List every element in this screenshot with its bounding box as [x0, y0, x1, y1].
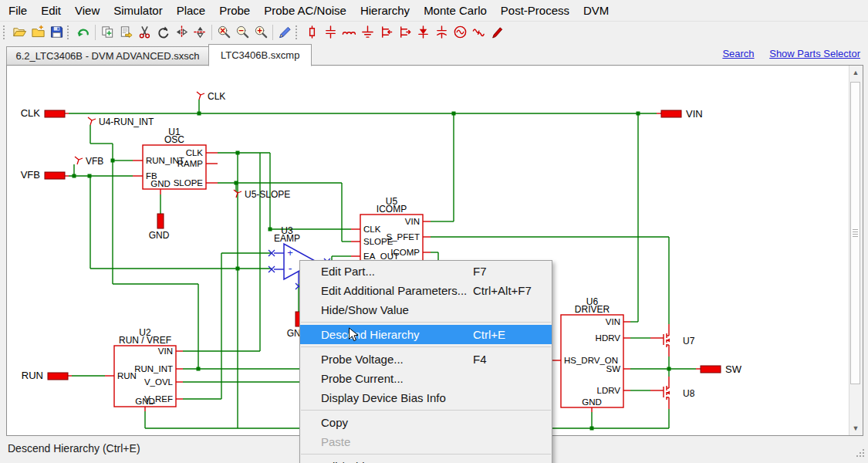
- toolbar-separator: [95, 25, 96, 40]
- inductor-icon[interactable]: [339, 23, 358, 42]
- new-icon[interactable]: [29, 23, 47, 42]
- menu-edit[interactable]: Edit: [34, 0, 68, 21]
- context-item-label: Descend Hierarchy: [321, 328, 420, 341]
- menu-hierarchy[interactable]: Hierarchy: [353, 0, 417, 21]
- pin-label: RAMP: [177, 159, 204, 168]
- pin-label: GND: [150, 179, 171, 188]
- menu-file[interactable]: File: [2, 0, 34, 21]
- ground-symbol: [157, 214, 164, 228]
- polar-cap-icon[interactable]: [432, 23, 451, 42]
- menu-probe[interactable]: Probe: [212, 0, 257, 21]
- status-text: Descend Hierarchy (Ctrl+E): [8, 436, 140, 461]
- probe-icon[interactable]: [488, 23, 506, 42]
- menu-bar: FileEditViewSimulatorPlaceProbeProbe AC/…: [0, 0, 868, 21]
- tab-schematic[interactable]: 6.2_LTC3406B - DVM ADVANCED.sxsch: [6, 46, 209, 66]
- wire-junction: [637, 112, 640, 116]
- wire-junction: [88, 174, 92, 178]
- zener-icon[interactable]: [414, 23, 432, 42]
- ground-icon[interactable]: [358, 23, 377, 42]
- zoom-in-icon[interactable]: [252, 23, 270, 42]
- context-item-label: Edit Part...: [321, 265, 375, 278]
- wire-junction: [452, 112, 456, 116]
- context-item-label: Edit/Add Comment: [321, 460, 418, 463]
- vertical-scrollbar[interactable]: ▲ ▼: [849, 66, 863, 435]
- menu-separator: [301, 410, 551, 411]
- context-item-display-device-bias-info[interactable]: Display Device Bias Info: [300, 388, 552, 407]
- wire-junction: [235, 181, 238, 185]
- terminal-sw[interactable]: [701, 366, 721, 373]
- pin-label: ICOMP: [390, 248, 420, 257]
- menu-post-process[interactable]: Post-Process: [494, 0, 576, 21]
- menu-place[interactable]: Place: [170, 0, 213, 21]
- menu-separator: [301, 322, 551, 323]
- component-name: EAMP: [274, 233, 300, 244]
- tab-component[interactable]: LTC3406B.sxcmp: [208, 44, 312, 66]
- menu-view[interactable]: View: [68, 0, 106, 21]
- component-ref: U8: [683, 388, 695, 399]
- context-item-paste: Paste: [300, 432, 552, 451]
- context-item-descend-hierarchy[interactable]: Descend HierarchyCtrl+E: [300, 325, 552, 344]
- context-item-edit-add-comment[interactable]: Edit/Add Comment: [300, 457, 552, 463]
- wire-junction: [269, 228, 272, 231]
- terminal-vin[interactable]: [661, 110, 681, 117]
- open-icon[interactable]: [10, 23, 29, 42]
- scrollbar-thumb[interactable]: [850, 82, 860, 384]
- pin-label: GND: [582, 397, 602, 407]
- menu-probe-ac-noise[interactable]: Probe AC/Noise: [257, 0, 353, 21]
- resize-grip-icon[interactable]: [856, 448, 866, 461]
- component-name: RUN / VREF: [119, 335, 171, 346]
- tab-bar: 6.2_LTC3406B - DVM ADVANCED.sxsch LTC340…: [0, 42, 868, 66]
- terminal-run[interactable]: [48, 373, 68, 380]
- undo-icon[interactable]: [74, 23, 93, 42]
- wire-junction: [590, 427, 594, 431]
- cut-icon[interactable]: [135, 23, 154, 42]
- scroll-down-icon[interactable]: ▼: [849, 422, 862, 434]
- wire-junction: [667, 367, 671, 371]
- context-item-hide-show-value[interactable]: Hide/Show Value: [300, 300, 552, 319]
- context-item-probe-current[interactable]: Probe Current...: [300, 369, 552, 388]
- context-item-label: Hide/Show Value: [321, 303, 409, 316]
- zoom-out-icon[interactable]: [233, 23, 252, 42]
- context-item-probe-voltage[interactable]: Probe Voltage...F4: [300, 350, 552, 369]
- menu-dvm[interactable]: DVM: [576, 0, 616, 21]
- pin-label: VIN: [158, 346, 173, 356]
- net-label: VFB: [86, 156, 103, 167]
- port-in-icon[interactable]: [377, 23, 395, 42]
- copy-icon[interactable]: [98, 23, 117, 42]
- wire-junction: [236, 267, 240, 271]
- sine-source-icon[interactable]: [451, 23, 469, 42]
- capacitor-icon[interactable]: [321, 23, 339, 42]
- paste-icon[interactable]: [117, 23, 135, 42]
- wire-junction: [111, 159, 115, 163]
- component-ref: U7: [683, 336, 695, 346]
- terminal-clk[interactable]: [45, 110, 65, 117]
- wire-junction: [197, 367, 201, 371]
- rotate-icon[interactable]: [154, 23, 172, 42]
- scroll-up-icon[interactable]: ▲: [849, 66, 862, 79]
- context-item-copy[interactable]: Copy: [300, 413, 552, 432]
- resistor-icon[interactable]: [302, 23, 321, 42]
- noise-source-icon[interactable]: [469, 23, 488, 42]
- mirror-h-icon[interactable]: [172, 23, 191, 42]
- port-out-icon[interactable]: [395, 23, 414, 42]
- context-item-label: Display Device Bias Info: [321, 391, 446, 404]
- menu-monte-carlo[interactable]: Monte Carlo: [417, 0, 494, 21]
- mirror-v-icon[interactable]: [191, 23, 209, 42]
- toolbar-separator: [272, 25, 273, 40]
- wire-icon[interactable]: [275, 23, 294, 42]
- context-item-edit-additional-parameters[interactable]: Edit Additional Parameters...Ctrl+Alt+F7: [300, 281, 552, 300]
- context-item-label: Paste: [321, 435, 350, 448]
- net-label: U4-RUN_INT: [99, 117, 154, 127]
- save-icon[interactable]: [47, 23, 66, 42]
- context-item-edit-part[interactable]: Edit Part...F7: [300, 262, 552, 281]
- context-item-label: Copy: [321, 416, 348, 429]
- zoom-fit-icon[interactable]: [214, 23, 233, 42]
- toolbar-gripper: [67, 25, 71, 39]
- terminal-label: CLK: [21, 107, 41, 119]
- context-menu: Edit Part...F7Edit Additional Parameters…: [299, 260, 552, 463]
- terminal-vfb[interactable]: [45, 172, 65, 179]
- net-label: CLK: [208, 91, 225, 102]
- menu-simulator[interactable]: Simulator: [106, 0, 169, 21]
- search-link[interactable]: Search: [722, 48, 754, 59]
- show-parts-selector-link[interactable]: Show Parts Selector: [769, 48, 860, 59]
